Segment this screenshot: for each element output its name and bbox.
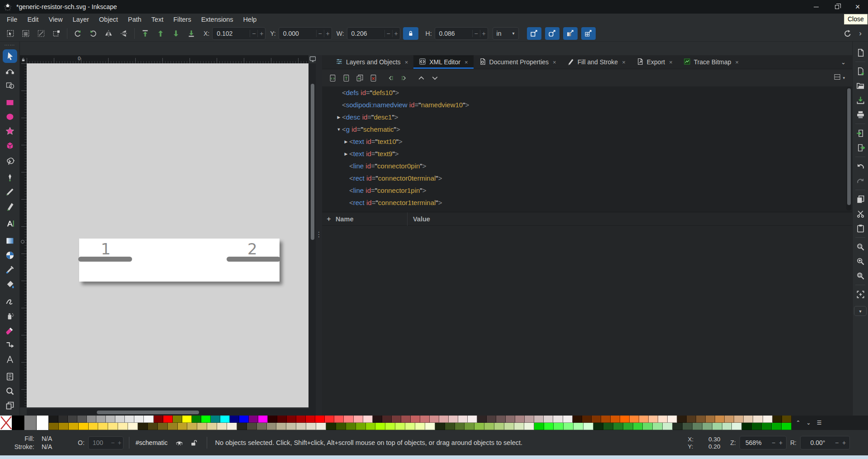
tab-close-icon[interactable]: × [622,59,626,66]
swatch-#6c5454[interactable] [496,416,506,423]
tab-fill-and-stroke[interactable]: Fill and Stroke× [562,55,631,69]
swatch-#ff6600[interactable] [620,416,630,423]
commands-overflow-button[interactable]: ▾ [854,306,867,316]
swatch-#2b1100[interactable] [573,416,582,423]
vertical-ruler[interactable] [20,63,27,407]
xml-node-namedview10[interactable]: <sodipodi:namedview id="namedview10"> [322,99,852,111]
calligraphy-tool[interactable] [3,200,17,213]
swatch-#f8eeee[interactable] [468,416,477,423]
swatch-#99e699[interactable] [653,423,663,430]
swatch-#800000[interactable] [154,416,163,423]
import-icon[interactable] [854,127,866,139]
raise-node-icon[interactable] [414,72,428,84]
swatch-#d5d5d5[interactable] [115,416,125,423]
print-icon[interactable] [854,109,866,120]
duplicate-node-icon[interactable] [353,72,366,84]
box3d-tool[interactable] [3,139,17,153]
lock-ratio-button[interactable] [403,27,418,40]
text-tool[interactable] [3,217,17,230]
swatch-#8e8e8e[interactable] [87,416,96,423]
swatch-#ffffff[interactable] [37,416,49,430]
attribute-table-body[interactable] [322,226,852,416]
swatch-#aaff00[interactable] [375,423,385,430]
swatch-#550000[interactable] [277,416,287,423]
swatch-#2e2424[interactable] [477,416,487,423]
swatch-#cd8c49[interactable] [715,416,725,423]
swatch-#ff5555[interactable] [334,416,344,423]
export-icon[interactable] [854,142,866,153]
lower-to-bottom-icon[interactable] [185,27,198,40]
xml-node-defs10[interactable]: <defs id="defs10"> [322,86,852,99]
select-all-layers-icon[interactable] [19,27,33,40]
close-button[interactable]: × [847,0,868,14]
tab-close-icon[interactable]: × [465,59,468,66]
copy-icon[interactable] [854,193,866,205]
height-decrement-button[interactable]: − [472,30,480,37]
swatch-#ffd42a[interactable] [89,423,99,430]
swatch-#bfa227[interactable] [178,423,188,430]
swatch-#000000[interactable] [12,416,24,430]
swatch-#bbff2a[interactable] [385,423,395,430]
swatch-#55732b[interactable] [455,423,465,430]
swatch-#ff8533[interactable] [630,416,639,423]
swatch-#ff2a2a[interactable] [325,416,334,423]
zoom-field[interactable]: 568% − + [740,436,787,449]
swatch-#f1dede[interactable] [458,416,468,423]
swatch-#241313[interactable] [373,416,382,423]
gradient-tool[interactable] [3,234,17,248]
rotation-decrement-button[interactable]: − [833,439,840,446]
swatch-#d9b28c[interactable] [734,416,744,423]
tweak-tool[interactable] [3,295,17,308]
opacity-value[interactable]: 100 [89,439,109,446]
lower-node-icon[interactable] [428,72,441,84]
zoom-page-icon[interactable] [854,270,866,282]
swatch-#26251c[interactable] [237,423,247,430]
ellipse-tool[interactable] [3,110,17,124]
swatch-#000080[interactable] [230,416,239,423]
swatch-#4c4110[interactable] [148,423,158,430]
expander-closed-icon[interactable]: ▶ [343,139,349,144]
select-all-icon[interactable] [4,27,17,40]
menu-file[interactable]: File [2,14,22,25]
tab-close-icon[interactable]: × [735,59,739,66]
zoom-center-icon[interactable] [854,288,866,300]
swatch-#e2e2e2[interactable] [125,416,134,423]
swatch-#d4cdb7[interactable] [296,423,306,430]
swatch-#aaffaa[interactable] [574,423,583,430]
new-element-node-icon[interactable] [326,72,339,84]
tab-trace-bitmap[interactable]: Trace Bitmap× [678,55,744,69]
swatch-#2b0000[interactable] [268,416,277,423]
swatch-#c8b14e[interactable] [187,423,197,430]
swatch-#4b483a[interactable] [247,423,257,430]
unindent-node-icon[interactable] [384,72,397,84]
tab-document-properties[interactable]: Document Properties× [474,55,562,69]
eraser-tool[interactable] [3,324,17,337]
raise-to-top-icon[interactable] [138,27,152,40]
connector1-pin[interactable] [227,257,280,262]
swatch-#ffa366[interactable] [639,416,649,423]
swatch-#ddd2d2[interactable] [544,416,553,423]
tab-close-icon[interactable]: × [405,59,408,66]
swatch-#218021[interactable] [613,423,623,430]
swatch-none[interactable] [0,416,12,430]
menu-layer[interactable]: Layer [68,14,94,25]
zoom-drawing-icon[interactable] [854,255,866,267]
swatch-#008080[interactable] [211,416,220,423]
swatch-#565656[interactable] [77,416,87,423]
star-tool[interactable] [3,124,17,138]
swatch-#b9b194[interactable] [276,423,286,430]
y-increment-button[interactable]: + [324,30,332,37]
y-decrement-button[interactable]: − [316,30,324,37]
rotation-increment-button[interactable]: + [840,439,848,446]
menu-edit[interactable]: Edit [22,14,43,25]
measure-tool[interactable] [3,353,17,366]
toolbox-drag-handle[interactable]: ⋯⋯ [5,42,15,49]
xml-tree-scroll-thumb[interactable] [847,88,851,205]
canvas-vertical-scrollbar[interactable] [308,63,316,408]
swatch-#f7f7f7[interactable] [144,416,153,423]
swatch-#bb9f9f[interactable] [525,416,534,423]
zoom-value[interactable]: 568% [742,439,770,446]
swatch-#f0e0d0[interactable] [753,416,763,423]
xml-panel-layout-icon[interactable] [834,73,841,82]
swatch-#800080[interactable] [249,416,258,423]
